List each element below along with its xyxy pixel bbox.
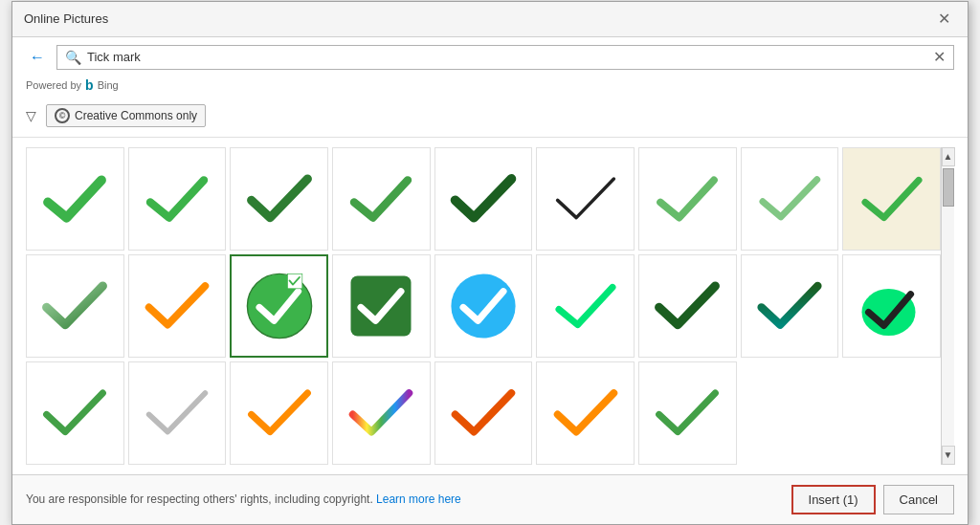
image-cell-9[interactable] xyxy=(842,147,941,251)
footer-text: You are responsible for respecting other… xyxy=(26,492,461,506)
dialog-title: Online Pictures xyxy=(24,11,108,26)
back-button[interactable]: ← xyxy=(26,49,49,66)
image-cell-19[interactable] xyxy=(26,361,124,465)
image-cell-21[interactable] xyxy=(230,361,328,465)
footer-buttons: Insert (1) Cancel xyxy=(791,485,954,514)
scroll-down-button[interactable]: ▼ xyxy=(942,446,955,465)
powered-by-label: Powered by xyxy=(26,79,81,91)
image-cell-20[interactable] xyxy=(128,361,227,465)
powered-by: Powered by b Bing xyxy=(26,77,954,93)
image-cell-22[interactable] xyxy=(332,361,431,465)
image-grid xyxy=(26,147,941,465)
image-cell-1[interactable] xyxy=(26,147,124,251)
cancel-button[interactable]: Cancel xyxy=(883,485,954,514)
scrollbar-thumb[interactable] xyxy=(943,168,954,207)
image-cell-24[interactable] xyxy=(536,361,635,465)
search-icon: 🔍 xyxy=(65,50,81,65)
search-clear-button[interactable]: ✕ xyxy=(933,50,946,65)
image-cell-5[interactable] xyxy=(434,147,533,251)
image-cell-13[interactable] xyxy=(332,254,431,358)
footer: You are responsible for respecting other… xyxy=(12,474,968,524)
close-button[interactable]: ✕ xyxy=(932,10,956,29)
image-cell-2[interactable] xyxy=(128,147,227,251)
search-box: 🔍 ✕ xyxy=(56,45,954,70)
image-cell-16[interactable] xyxy=(638,254,737,358)
image-cell-10[interactable] xyxy=(26,254,124,358)
image-cell-8[interactable] xyxy=(741,147,839,251)
image-cell-14[interactable] xyxy=(434,254,533,358)
image-cell-3[interactable] xyxy=(230,147,328,251)
scroll-up-button[interactable]: ▲ xyxy=(942,147,955,166)
image-cell-18[interactable] xyxy=(842,254,941,358)
copyright-notice: You are responsible for respecting other… xyxy=(26,492,373,506)
content-area: ▲ ▼ xyxy=(12,138,968,474)
image-cell-6[interactable] xyxy=(536,147,635,251)
image-cell-23[interactable] xyxy=(434,361,533,465)
bing-logo: b xyxy=(85,77,94,93)
image-cell-4[interactable] xyxy=(332,147,431,251)
title-bar: Online Pictures ✕ xyxy=(12,2,968,37)
scrollbar: ▲ ▼ xyxy=(941,147,954,465)
image-cell-11[interactable] xyxy=(128,254,227,358)
image-cell-15[interactable] xyxy=(536,254,635,358)
creative-commons-filter[interactable]: © Creative Commons only xyxy=(46,104,206,127)
bing-label: Bing xyxy=(98,79,119,91)
cc-label: Creative Commons only xyxy=(75,109,197,122)
image-cell-7[interactable] xyxy=(638,147,737,251)
image-cell-12[interactable] xyxy=(230,254,328,358)
filter-row: ▽ © Creative Commons only xyxy=(26,100,954,131)
insert-button[interactable]: Insert (1) xyxy=(791,485,876,514)
search-row: ← 🔍 ✕ xyxy=(26,45,954,70)
image-cell-17[interactable] xyxy=(741,254,839,358)
cc-icon: © xyxy=(55,108,70,123)
filter-icon: ▽ xyxy=(26,108,36,123)
header: ← 🔍 ✕ Powered by b Bing ▽ © Creative Com… xyxy=(12,37,968,138)
learn-more-link[interactable]: Learn more here xyxy=(376,492,461,506)
online-pictures-dialog: Online Pictures ✕ ← 🔍 ✕ Powered by b Bin… xyxy=(11,1,969,525)
image-cell-25[interactable] xyxy=(638,361,737,465)
scrollbar-thumb-area xyxy=(942,166,954,446)
search-input[interactable] xyxy=(87,50,927,64)
